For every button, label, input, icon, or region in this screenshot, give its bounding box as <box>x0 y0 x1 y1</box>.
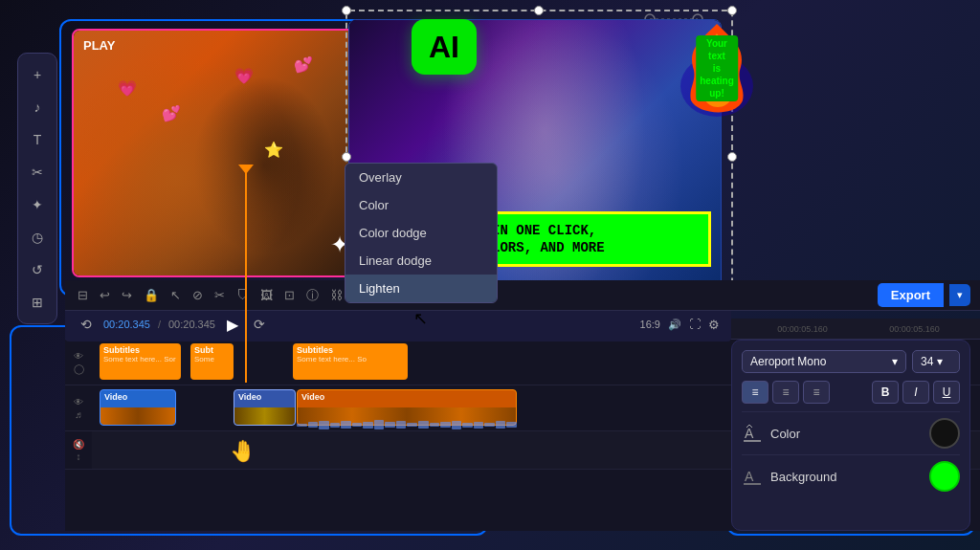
tl-resize-btn[interactable]: ⊡ <box>281 286 298 304</box>
tl-undo-btn[interactable]: ↩ <box>97 286 113 304</box>
blend-lighten[interactable]: Lighten <box>345 275 497 302</box>
blend-color-dodge[interactable]: Color dodge <box>345 219 497 247</box>
font-name: Aeroport Mono <box>750 355 826 368</box>
sidebar-time-icon[interactable]: ◷ <box>24 224 51 251</box>
sidebar-grid-icon[interactable]: ⊞ <box>24 289 51 316</box>
video-track-controls: 👁 ♬ <box>65 393 92 424</box>
tl-shield-btn[interactable]: ⛉ <box>234 286 252 304</box>
underline-btn[interactable]: U <box>933 381 960 404</box>
blend-overlay[interactable]: Overlay <box>345 164 497 191</box>
play-label: PLAY <box>83 38 115 53</box>
fullscreen-icon[interactable]: ⛶ <box>689 318 701 331</box>
subtitle-clip-1[interactable]: Subtitles Some text here... Sor <box>100 343 181 380</box>
clip-subtext-3: Some text here... So <box>297 355 404 363</box>
time-sep: / <box>158 319 161 330</box>
video-clip-2[interactable]: Video <box>234 389 296 426</box>
flame-text: Your text is heating up! <box>696 35 738 101</box>
track-audio-icon[interactable]: ♬ <box>75 409 82 420</box>
export-dropdown-btn[interactable]: ▾ <box>949 284 970 306</box>
tl-redo-btn[interactable]: ↪ <box>119 286 135 304</box>
video-preview-left: PLAY 💗 💕 💗 ⭐ 💕 ✦ <box>72 29 368 277</box>
tl-scissors-btn[interactable]: ✂ <box>212 286 228 304</box>
ruler-tick-8: 00:00:05.160 <box>858 324 970 334</box>
track-eye-icon[interactable]: 👁 <box>74 351 83 362</box>
tl-select-btn[interactable]: ↖ <box>167 286 184 304</box>
subtitle-track-controls: 👁 ◯ <box>65 347 92 378</box>
font-select[interactable]: Aeroport Mono ▾ <box>742 350 906 373</box>
export-button[interactable]: Export <box>878 283 944 307</box>
blend-dropdown: Overlay Color Color dodge Linear dodge L… <box>345 163 498 303</box>
current-time: 00:20.345 <box>103 319 150 330</box>
rewind-btn[interactable]: ⟲ <box>77 315 96 334</box>
ruler-tick-7: 00:00:05.160 <box>746 324 858 334</box>
forward-btn[interactable]: ⟳ <box>250 315 269 334</box>
color-swatch[interactable] <box>929 418 960 449</box>
tl-stop-btn[interactable]: ⊘ <box>189 286 206 304</box>
background-row: A Background <box>742 454 960 497</box>
heart-1: 💗 <box>118 79 137 98</box>
volume-icon[interactable]: 🔊 <box>668 319 681 331</box>
ai-badge: AI <box>412 19 477 75</box>
blend-linear-dodge[interactable]: Linear dodge <box>345 247 497 275</box>
aspect-ratio[interactable]: 16:9 <box>640 319 660 330</box>
sidebar-effects-icon[interactable]: ✦ <box>24 191 51 218</box>
heart-3: 💗 <box>234 67 254 85</box>
track-mute-icon[interactable]: 🔇 <box>73 439 84 450</box>
playhead[interactable] <box>245 172 247 383</box>
tl-lock-btn[interactable]: 🔒 <box>141 286 162 304</box>
sidebar-music-icon[interactable]: ♪ <box>24 94 51 121</box>
clip-subtext-2: Some <box>194 355 230 363</box>
flame-container: Your text is heating up! <box>674 14 760 120</box>
track-hide-icon[interactable]: ◯ <box>74 363 84 374</box>
audio-track-controls: 🔇 ↕ <box>65 435 92 466</box>
video-overlay <box>74 31 367 275</box>
track-eye2-icon[interactable]: 👁 <box>74 397 83 407</box>
play-btn[interactable]: ▶ <box>223 314 242 336</box>
color-row: A Color <box>742 411 960 454</box>
playhead-arrow <box>238 165 254 174</box>
video-clip-1[interactable]: Video <box>100 389 176 426</box>
hand-cursor: 🤚 <box>230 439 256 464</box>
sidebar: + ♪ T ✂ ✦ ◷ ↺ ⊞ <box>17 53 57 324</box>
background-swatch[interactable] <box>929 461 960 492</box>
clip-label-1: Subtitles <box>103 345 177 355</box>
format-btns: B I U <box>872 381 960 404</box>
font-row: Aeroport Mono ▾ 34 ▾ <box>742 350 960 373</box>
timeline-toolbar: ⊟ ↩ ↪ 🔒 ↖ ⊘ ✂ ⛉ 🖼 ⊡ ⓘ ⛓ ⋯ Export ▾ <box>65 280 980 311</box>
video-label-1: Video <box>104 392 171 402</box>
subtitle-clip-2[interactable]: Subt Some <box>190 343 234 380</box>
blend-color[interactable]: Color <box>345 191 497 219</box>
sidebar-undo-icon[interactable]: ↺ <box>24 256 51 283</box>
sidebar-cut-icon[interactable]: ✂ <box>24 159 51 186</box>
video-thumbnails-1 <box>100 407 175 425</box>
tl-img-btn[interactable]: 🖼 <box>257 286 276 304</box>
align-left-btn[interactable]: ≡ <box>742 381 768 404</box>
italic-btn[interactable]: I <box>902 381 929 404</box>
font-dropdown-icon: ▾ <box>892 355 898 368</box>
controls-bar: ⟲ 00:20.345 / 00:20.345 ▶ ⟳ 16:9 🔊 ⛶ ⚙ <box>65 307 731 341</box>
tl-filter-btn[interactable]: ⊟ <box>75 286 91 304</box>
total-time: 00:20.345 <box>168 319 215 330</box>
sidebar-text-icon[interactable]: T <box>24 126 51 153</box>
heart-2: 💕 <box>162 104 181 122</box>
color-a-icon: A <box>742 423 763 444</box>
waveform <box>297 420 517 429</box>
tl-info-btn[interactable]: ⓘ <box>303 285 322 306</box>
sidebar-add-icon[interactable]: + <box>24 61 51 88</box>
font-size-value: 34 <box>921 355 933 368</box>
settings-icon[interactable]: ⚙ <box>708 318 720 332</box>
align-right-btn[interactable]: ≡ <box>803 381 830 404</box>
align-center-btn[interactable]: ≡ <box>772 381 799 404</box>
font-size-control[interactable]: 34 ▾ <box>912 350 960 373</box>
font-size-dropdown-icon: ▾ <box>937 355 943 368</box>
align-row: ≡ ≡ ≡ B I U <box>742 381 960 404</box>
video-thumbnails-2 <box>234 407 295 425</box>
subtitle-clip-3[interactable]: Subtitles Some text here... So <box>293 343 408 380</box>
track-vol-icon[interactable]: ↕ <box>77 451 81 462</box>
star-1: ⭐ <box>264 141 283 159</box>
background-a-icon: A <box>742 466 763 487</box>
svg-text:A: A <box>745 426 754 441</box>
bold-btn[interactable]: B <box>872 381 899 404</box>
video-label-3: Video <box>301 392 512 402</box>
tl-link-btn[interactable]: ⛓ <box>327 286 345 304</box>
